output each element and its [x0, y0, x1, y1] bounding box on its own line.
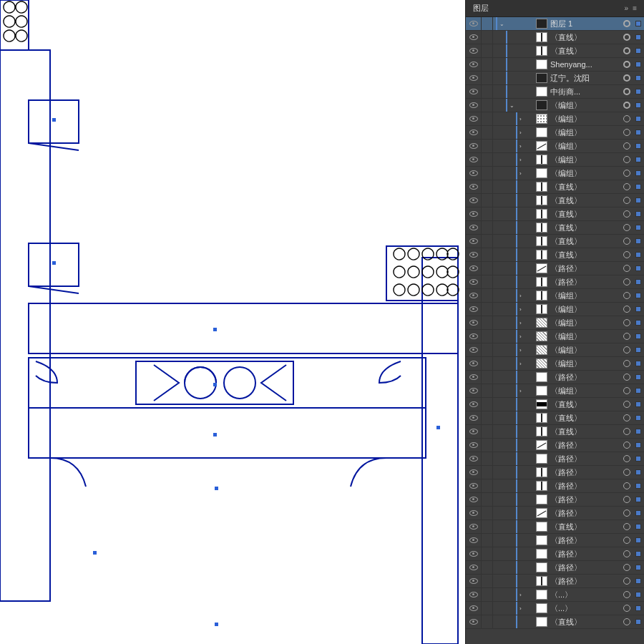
target-button[interactable]: [621, 537, 633, 544]
layer-thumbnail[interactable]: [536, 209, 547, 219]
visibility-toggle[interactable]: [466, 208, 482, 220]
target-button[interactable]: [621, 455, 633, 462]
layer-thumbnail[interactable]: [536, 127, 547, 137]
selection-indicator[interactable]: [633, 306, 644, 312]
layer-row[interactable]: 中街商...: [466, 85, 644, 99]
target-button[interactable]: [621, 115, 633, 122]
lock-column[interactable]: [482, 194, 493, 207]
layer-name-label[interactable]: 图层 1: [550, 19, 621, 29]
target-button[interactable]: [621, 292, 633, 299]
lock-column[interactable]: [482, 425, 493, 438]
target-button[interactable]: [621, 142, 633, 150]
layer-name-label[interactable]: 〈直线〉: [550, 617, 621, 628]
layer-row[interactable]: ›〈编组〉: [466, 384, 644, 398]
layer-thumbnail[interactable]: [536, 386, 547, 396]
layer-row[interactable]: 〈路径〉: [466, 452, 644, 466]
layer-thumbnail[interactable]: [536, 413, 547, 423]
layer-name-label[interactable]: 〈直线〉: [550, 399, 621, 410]
layer-thumbnail[interactable]: [536, 440, 547, 450]
layer-thumbnail[interactable]: [536, 358, 547, 369]
chevron-right-icon[interactable]: ›: [517, 361, 524, 367]
chevron-right-icon[interactable]: ›: [517, 143, 524, 150]
selection-indicator[interactable]: [633, 238, 644, 244]
selection-indicator[interactable]: [633, 75, 644, 81]
lock-column[interactable]: [482, 85, 493, 98]
lock-column[interactable]: [482, 615, 493, 628]
layer-row[interactable]: ›〈...〉: [466, 588, 644, 602]
chevron-right-icon[interactable]: ›: [517, 116, 524, 122]
layer-name-label[interactable]: 〈路径〉: [550, 549, 621, 560]
visibility-toggle[interactable]: [466, 31, 482, 44]
target-button[interactable]: [621, 102, 633, 109]
target-button[interactable]: [621, 401, 633, 408]
layer-thumbnail[interactable]: [536, 603, 547, 613]
layer-thumbnail[interactable]: [536, 291, 547, 301]
target-button[interactable]: [621, 224, 633, 231]
target-button[interactable]: [621, 74, 633, 82]
selection-indicator[interactable]: [633, 170, 644, 176]
visibility-toggle[interactable]: [466, 520, 482, 533]
layer-row[interactable]: ›〈编组〉: [466, 112, 644, 126]
selection-indicator[interactable]: [633, 537, 644, 543]
layer-name-label[interactable]: 〈编组〉: [550, 318, 621, 328]
visibility-toggle[interactable]: [466, 303, 482, 316]
layer-row[interactable]: 〈直线〉: [466, 425, 644, 439]
target-button[interactable]: [621, 88, 633, 95]
target-button[interactable]: [621, 346, 633, 353]
lock-column[interactable]: [482, 466, 493, 479]
visibility-toggle[interactable]: [466, 262, 482, 275]
target-button[interactable]: [621, 428, 633, 435]
lock-column[interactable]: [482, 31, 493, 44]
selection-indicator[interactable]: [633, 225, 644, 230]
layer-name-label[interactable]: 〈直线〉: [550, 426, 621, 437]
visibility-toggle[interactable]: [466, 439, 482, 452]
layer-thumbnail[interactable]: [536, 508, 547, 518]
layer-name-label[interactable]: 〈直线〉: [550, 209, 621, 220]
selection-indicator[interactable]: [633, 388, 644, 394]
layer-name-label[interactable]: 〈直线〉: [550, 182, 621, 192]
layer-row[interactable]: 〈直线〉: [466, 208, 644, 221]
layer-name-label[interactable]: 〈编组〉: [550, 100, 621, 111]
layer-thumbnail[interactable]: [536, 549, 547, 559]
lock-column[interactable]: [482, 275, 493, 288]
chevron-down-icon[interactable]: ⌄: [507, 102, 517, 109]
target-button[interactable]: [621, 469, 633, 476]
visibility-toggle[interactable]: [466, 452, 482, 465]
layer-thumbnail[interactable]: [536, 32, 547, 42]
selection-indicator[interactable]: [633, 184, 644, 190]
visibility-toggle[interactable]: [466, 235, 482, 248]
layer-row[interactable]: ›〈编组〉: [466, 140, 644, 153]
layer-thumbnail[interactable]: [536, 454, 547, 464]
layer-name-label[interactable]: 〈直线〉: [550, 32, 621, 43]
target-button[interactable]: [621, 605, 633, 612]
layer-row[interactable]: ›〈编组〉: [466, 126, 644, 140]
layer-thumbnail[interactable]: [536, 223, 547, 233]
layer-row[interactable]: 〈直线〉: [466, 235, 644, 248]
selection-indicator[interactable]: [633, 429, 644, 434]
visibility-toggle[interactable]: [466, 194, 482, 207]
layer-row[interactable]: 〈直线〉: [466, 180, 644, 194]
layer-row[interactable]: 〈路径〉: [466, 439, 644, 452]
lock-column[interactable]: [482, 316, 493, 329]
layer-row[interactable]: ⌄图层 1: [466, 17, 644, 31]
target-button[interactable]: [621, 265, 633, 272]
layer-thumbnail[interactable]: [536, 236, 547, 246]
layer-thumbnail[interactable]: [536, 182, 547, 192]
visibility-toggle[interactable]: [466, 330, 482, 343]
layer-name-label[interactable]: 〈直线〉: [550, 250, 621, 260]
lock-column[interactable]: [482, 17, 493, 30]
layer-name-label[interactable]: 〈路径〉: [550, 481, 621, 492]
lock-column[interactable]: [482, 262, 493, 275]
layer-row[interactable]: ›〈编组〉: [466, 303, 644, 316]
layer-name-label[interactable]: 〈...〉: [550, 603, 621, 614]
chevron-right-icon[interactable]: ›: [517, 157, 524, 163]
layer-row[interactable]: 〈直线〉: [466, 221, 644, 235]
layer-thumbnail[interactable]: [536, 576, 547, 586]
layer-thumbnail[interactable]: [536, 345, 547, 355]
selection-indicator[interactable]: [633, 320, 644, 326]
visibility-toggle[interactable]: [466, 99, 482, 112]
target-button[interactable]: [621, 482, 633, 489]
visibility-toggle[interactable]: [466, 547, 482, 560]
layer-name-label[interactable]: 〈路径〉: [550, 576, 621, 587]
layer-name-label[interactable]: 〈路径〉: [550, 535, 621, 546]
